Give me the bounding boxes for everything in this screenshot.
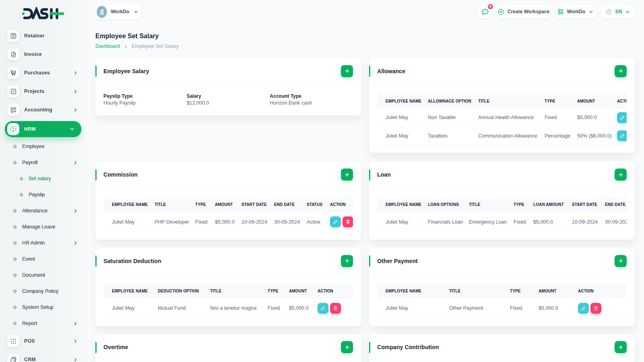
loan-table: Employee NameLoan OptionsTitleTypeLoan A… [377, 197, 627, 232]
table-cell: Mutual Fund [158, 298, 210, 318]
table-body: Juliet MayOther PaymentFixed$5,000.0 [377, 298, 627, 318]
card-body: Payslip TypeHourly PayslipSalary$12,000.… [95, 84, 361, 115]
column-header: Start Date [242, 197, 274, 212]
sidebar: RetainerInvoicePurchasesProjectsAccounti… [0, 0, 89, 362]
table-row: Juliet MayOther PaymentFixed$5,000.0 [377, 298, 627, 318]
sidebar-item-label: Event [22, 256, 35, 262]
column-header: Title [210, 283, 268, 298]
column-header: Loan Options [428, 197, 469, 212]
info-label: Salary [187, 93, 270, 99]
card-row: Employee SalaryPayslip TypeHourly Paysli… [95, 58, 635, 153]
table-cell: 30-09-2024 [605, 212, 627, 232]
column-header: Employee Name [103, 197, 155, 212]
delete-button[interactable] [330, 303, 341, 314]
card-company-contribution: Company Contribution [369, 334, 635, 362]
add-company-contribution-button[interactable] [615, 341, 627, 353]
table-row: Juliet MayPHP DeveloperFixed$5,000.010-0… [103, 212, 353, 232]
sidebar-item-accounting[interactable]: Accounting [7, 104, 80, 116]
table-cell: Annual Health Allowance [478, 109, 545, 127]
sidebar-item-purchases[interactable]: Purchases [7, 67, 80, 79]
column-header: Allownace Option [428, 93, 478, 109]
language-button[interactable]: EN [601, 5, 635, 19]
column-header: Title [469, 197, 514, 212]
info-value: Hourly Payslip [103, 100, 187, 106]
table-cell: $5,000.0 [215, 212, 242, 232]
add-employee-salary-button[interactable] [341, 65, 353, 77]
chevron-right-icon [73, 160, 78, 165]
edit-button[interactable] [330, 216, 341, 227]
check-square-icon [7, 85, 19, 97]
sidebar-item-attendance[interactable]: Attendance [7, 205, 80, 217]
sidebar-item-company-policy[interactable]: Company Policy [7, 285, 80, 297]
chevron-right-icon [73, 107, 78, 113]
create-workspace-button[interactable]: Create Workspace [497, 5, 550, 19]
chevron-down-icon [625, 9, 630, 14]
column-header: Start Date [572, 197, 605, 212]
messages-button[interactable]: 0 [478, 5, 492, 18]
table-header-row: Employee NameLoan OptionsTitleTypeLoan A… [377, 197, 627, 212]
breadcrumb-dashboard-link[interactable]: Dashboard [95, 43, 120, 49]
app-logo[interactable] [22, 7, 80, 21]
column-header: Type [195, 197, 215, 212]
column-header: Title [478, 93, 545, 109]
category-plus-icon [7, 104, 19, 116]
column-header: Type [510, 283, 539, 298]
sidebar-item-retainer[interactable]: Retainer [7, 30, 80, 42]
chevron-right-icon [73, 339, 78, 344]
edit-button[interactable] [617, 130, 627, 141]
table-cell: 10-09-2024 [242, 212, 274, 232]
sidebar-item-hrm[interactable]: HRM [5, 121, 81, 137]
column-header: Amount [215, 197, 242, 212]
column-header: Deduction Option [158, 283, 210, 298]
column-header: Amount [539, 283, 578, 298]
card-body: Employee NameAllownace OptionTitleTypeAm… [369, 84, 635, 153]
column-header: Loan Amount [533, 197, 572, 212]
sidebar-item-pos[interactable]: POS [7, 335, 80, 347]
circle-bullet-icon [12, 289, 17, 293]
sidebar-item-crm[interactable]: CRM [7, 354, 80, 362]
saturation-deduction-table: Employee NameDeduction OptionTitleTypeAm… [103, 283, 353, 319]
sidebar-item-payslip[interactable]: Payslip [7, 189, 80, 201]
sidebar-item-payroll[interactable]: Payroll [7, 156, 80, 169]
workspace-switcher[interactable]: WorkDo [95, 4, 141, 19]
card-saturation-deduction: Saturation DeductionEmployee NameDeducti… [95, 248, 361, 326]
add-overtime-button[interactable] [341, 341, 353, 353]
sidebar-item-manage-leave[interactable]: Manage Leave [7, 221, 80, 233]
sidebar-item-set-salary[interactable]: Set salary [7, 173, 80, 185]
table-cell: Financials Loan [428, 212, 469, 232]
table-cell: $5,000.0 [539, 298, 578, 318]
info-col-account-type: Account TypeHorizon Bank cash [270, 93, 353, 106]
delete-button[interactable] [343, 216, 353, 227]
circle-bullet-icon [19, 176, 23, 181]
workdo-menu-button[interactable]: WorkDo [555, 5, 596, 19]
table-head: Employee NameDeduction OptionTitleTypeAm… [103, 283, 353, 298]
info-value: Horizon Bank cash [270, 100, 353, 106]
sidebar-item-event[interactable]: Event [7, 253, 80, 265]
main-content: WorkDo 0 Create Workspace [89, 0, 644, 362]
sidebar-item-label: Attendance [22, 208, 47, 214]
sidebar-item-report[interactable]: Report [7, 317, 80, 329]
sidebar-item-label: Manage Leave [22, 224, 56, 230]
table-cell: Juliet May [377, 298, 449, 318]
table-cell: Fixed [545, 109, 577, 127]
sidebar-item-projects[interactable]: Projects [7, 85, 80, 97]
add-loan-button[interactable] [615, 169, 627, 181]
sidebar-item-document[interactable]: Document [7, 269, 80, 281]
add-saturation-deduction-button[interactable] [341, 255, 353, 267]
sidebar-item-system-setup[interactable]: System Setup [7, 301, 80, 313]
card-body: Employee NameDeduction OptionTitleTypeAm… [95, 274, 361, 326]
column-header: Employee Name [103, 283, 158, 298]
edit-button[interactable] [578, 303, 589, 314]
language-label: EN [615, 9, 622, 14]
edit-button[interactable] [318, 303, 328, 314]
add-commission-button[interactable] [341, 169, 353, 181]
add-allowance-button[interactable] [615, 65, 627, 77]
table-cell: Juliet May [103, 298, 158, 318]
edit-button[interactable] [617, 112, 627, 123]
sidebar-item-invoice[interactable]: Invoice [7, 48, 80, 60]
sidebar-item-hr-admin[interactable]: HR Admin [7, 237, 80, 249]
delete-button[interactable] [590, 303, 601, 314]
card-title: Commission [103, 171, 138, 178]
add-other-payment-button[interactable] [615, 255, 627, 267]
sidebar-item-employee[interactable]: Employee [7, 140, 80, 152]
